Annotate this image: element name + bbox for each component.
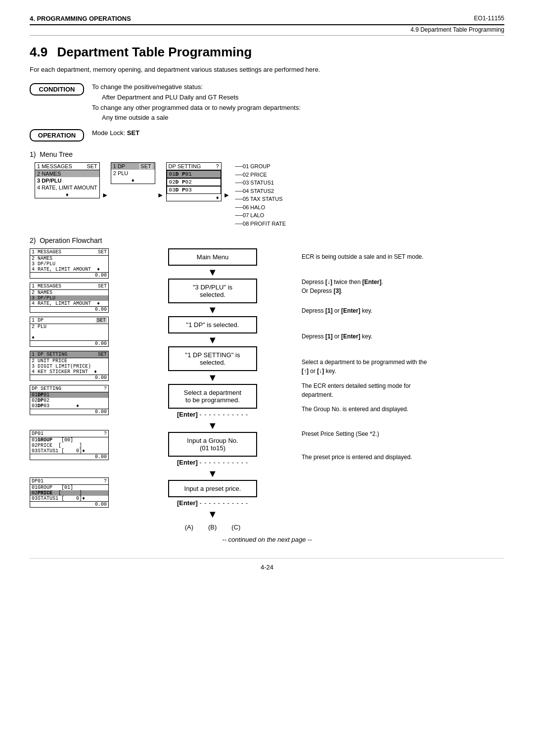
flow-box-1dp: "1 DP" is selected. bbox=[168, 316, 257, 333]
mini-screen-5: DP SETTING? 01DP01 02DP02 03DP03 ♦ 0.00 bbox=[30, 385, 109, 415]
flow-box-select-dept: Select a departmentto be programmed. bbox=[168, 384, 257, 409]
flow-box-group: Input a Group No.(01 to15) bbox=[168, 432, 257, 457]
page-footer: 4-24 bbox=[30, 558, 504, 571]
subheader-title: 4.9 Department Table Programming bbox=[410, 26, 504, 33]
dp-right-list: ──01 GROUP ──02 PRICE ──03 STATUS1 ──04 … bbox=[232, 162, 286, 228]
abc-labels: (A) (B) (C) bbox=[185, 523, 241, 531]
ann-group: The Group No. is entered and displayed. bbox=[302, 403, 504, 428]
operation-badge: OPERATION bbox=[30, 129, 84, 142]
ann-enter2: Preset Price Setting (See *2.) bbox=[302, 428, 504, 451]
condition-text: To change the positive/negative status: … bbox=[92, 82, 301, 123]
menu-tree-section: 1) Menu Tree 1 MESSAGESSET 2 NAMES 3 DP/… bbox=[30, 150, 504, 228]
enter-row-3: [Enter] - - - - - - - - - - - bbox=[138, 499, 287, 507]
enter-row-2: [Enter] - - - - - - - - - - - bbox=[138, 459, 287, 466]
arrow-2: ► bbox=[155, 191, 166, 199]
dp-settings-box: DP SETTING? 01D P01 02D P02 03D P03 ♦ bbox=[166, 162, 222, 201]
flowchart-screens: 1 MESSAGESSET 2 NAMES 3 DP/PLU 4 RATE, L… bbox=[30, 248, 129, 531]
mini-screen-6: DP01? 01GROUP [00] 02PRICE [ ] 03STATUS1… bbox=[30, 430, 109, 460]
condition-badge: CONDITION bbox=[30, 83, 84, 95]
ann-select-dept: Select a department to be programmed wit… bbox=[302, 356, 504, 380]
mini-screen-1: 1 MESSAGESSET 2 NAMES 3 DP/PLU 4 RATE, L… bbox=[30, 248, 109, 279]
flow-arrow-4: ▼ bbox=[208, 373, 218, 382]
operation-row: OPERATION Mode Lock: SET bbox=[30, 128, 504, 142]
flow-box-price: Input a preset price. bbox=[168, 480, 257, 497]
mini-screen-2: 1 MESSAGESSET 2 NAMES 3 DP/PLU 4 RATE, L… bbox=[30, 283, 109, 313]
menu-tree-title: 1) Menu Tree bbox=[30, 150, 504, 158]
operation-text: Mode Lock: SET bbox=[92, 128, 139, 139]
ann-enter1: The ECR enters detailed setting mode for… bbox=[302, 380, 504, 403]
enter-row-1: [Enter] - - - - - - - - - - - bbox=[138, 411, 287, 418]
arrow-1: ► bbox=[100, 191, 111, 199]
ann-price: The preset price is entered and displaye… bbox=[302, 451, 504, 476]
condition-row: CONDITION To change the positive/negativ… bbox=[30, 82, 504, 123]
mini-screen-4: 1 DP SETTINGSET 2 UNIT PRICE 3 DIGIT LIM… bbox=[30, 351, 109, 381]
flow-arrow-5: ▼ bbox=[208, 421, 218, 430]
flowchart-center: Main Menu ▼ "3 DP/PLU" isselected. ▼ "1 … bbox=[138, 248, 287, 531]
flow-arrow-7: ▼ bbox=[208, 509, 218, 519]
flowchart-section: 2) Operation Flowchart 1 MESSAGESSET 2 N… bbox=[30, 236, 504, 531]
flow-arrow-1: ▼ bbox=[208, 267, 218, 277]
intro-text: For each department, memory opening, and… bbox=[30, 66, 504, 73]
flow-arrow-6: ▼ bbox=[208, 469, 218, 478]
ann-1dp-setting: Depress [1] or [Enter] key. bbox=[302, 330, 504, 356]
continued-text: -- continued on the next page -- bbox=[30, 536, 504, 543]
menu-box-1: 1 MESSAGESSET 2 NAMES 3 DP/PLU 4 RATE, L… bbox=[35, 162, 100, 198]
flow-arrow-3: ▼ bbox=[208, 335, 218, 345]
flow-box-1dp-setting: "1 DP SETTING" isselected. bbox=[168, 346, 257, 371]
flowchart-title: 2) Operation Flowchart bbox=[30, 236, 504, 244]
mini-screen-7: DP01? 01GROUP [01] 02PRICE [ ] 03STATUS1… bbox=[30, 477, 109, 508]
ann-3dp: Depress [↓] twice then [Enter]. Or Depre… bbox=[302, 276, 504, 304]
header-section: 4. PROGRAMMING OPERATIONS bbox=[30, 15, 131, 22]
flow-arrow-2: ▼ bbox=[208, 305, 218, 315]
header-doc-id: EO1-11155 bbox=[474, 15, 504, 22]
flowchart-annotations: ECR is being outside a sale and in SET m… bbox=[297, 248, 504, 531]
ann-enter3 bbox=[302, 476, 504, 496]
ann-main-menu: ECR is being outside a sale and in SET m… bbox=[302, 248, 504, 276]
flow-box-main-menu: Main Menu bbox=[168, 248, 257, 266]
arrow-3: ► bbox=[222, 191, 232, 199]
flow-box-3dp: "3 DP/PLU" isselected. bbox=[168, 279, 257, 303]
ann-1dp: Depress [1] or [Enter] key. bbox=[302, 304, 504, 330]
mini-screen-3: 1 DPSET 2 PLU ♦ 0.00 bbox=[30, 317, 109, 347]
page-title: 4.9 Department Table Programming bbox=[30, 45, 504, 60]
menu-box-2: 1 DPSET 2 PLU ♦ bbox=[111, 162, 155, 184]
